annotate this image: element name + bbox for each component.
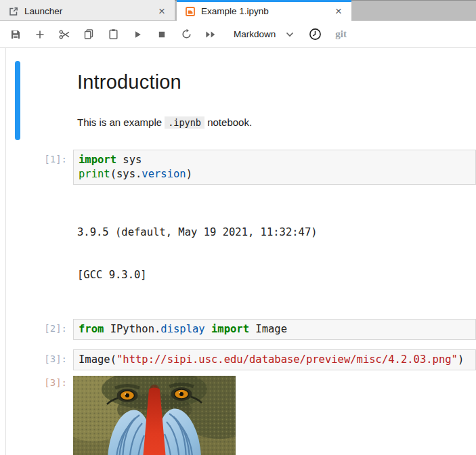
output-text: 3.9.5 (default, May 19 2021, 11:32:47) [… [73,192,318,311]
code-token: version [142,168,186,180]
code-token: from [79,323,104,335]
clock-icon [309,28,322,41]
output-line: 3.9.5 (default, May 19 2021, 11:32:47) [77,225,318,240]
tab-close-button[interactable]: × [332,5,345,17]
git-label[interactable]: git [335,28,347,40]
output-prompt: [3]: [0,376,73,388]
code-token: "http://sipi.usc.edu/database/preview/mi… [116,353,458,366]
code-token: Image [249,323,287,335]
save-icon [10,29,21,40]
code-cell-1[interactable]: [1]: import sys print(sys.version) [0,150,476,185]
code-cell-2[interactable]: [2]: from IPython.display import Image [0,319,476,340]
copy-icon [83,28,94,40]
paragraph-text: This is an example [77,116,165,128]
code-token: ) [458,353,464,366]
output-image-mandrill [73,376,236,455]
markdown-cell[interactable]: Introduction This is an example .ipynb n… [0,61,476,140]
input-prompt: [3]: [0,349,73,364]
heading-introduction: Introduction [77,71,462,93]
code-token: IPython. [104,323,160,335]
run-all-button[interactable] [198,24,223,45]
cut-icon [59,29,70,40]
add-cell-icon [35,29,45,40]
code-editor[interactable]: import sys print(sys.version) [73,150,476,185]
output-area-1: 3.9.5 (default, May 19 2021, 11:32:47) [… [0,192,476,311]
notebook-icon [185,6,196,17]
tab-bar: Launcher × Example 1.ipynb × [0,0,476,21]
run-button[interactable] [125,24,150,45]
input-prompt: [1]: [0,150,73,165]
cell-type-label: Markdown [234,29,276,39]
chevron-down-icon [286,32,294,37]
code-token: print [79,168,110,180]
notebook-panel: Introduction This is an example .ipynb n… [0,48,476,455]
copy-button[interactable] [77,24,101,45]
code-cell-3[interactable]: [3]: Image("http://sipi.usc.edu/database… [0,349,476,370]
jupyterlab-window: Launcher × Example 1.ipynb × [0,0,476,455]
code-token: ) [186,168,192,180]
code-line: from IPython.display import Image [79,322,475,337]
run-icon [132,29,143,40]
paragraph-text: notebook. [204,116,252,128]
add-cell-button[interactable] [28,24,52,45]
run-all-icon [204,29,217,40]
code-editor[interactable]: Image("http://sipi.usc.edu/database/prev… [73,349,476,370]
notebook-toolbar: Markdown git [0,21,476,48]
code-line: import sys [79,153,475,167]
code-token: import [211,323,249,335]
output-line: [GCC 9.3.0] [77,268,318,282]
paste-icon [108,28,118,40]
input-prompt: [2]: [0,319,73,334]
tab-close-button[interactable]: × [156,5,168,17]
launcher-icon [8,6,19,17]
code-editor[interactable]: from IPython.display import Image [73,319,476,340]
code-token: (sys. [110,168,142,180]
code-token: Image( [79,353,116,366]
save-button[interactable] [3,24,28,45]
output-area-3: [3]: [0,376,476,455]
output-prompt [0,192,73,193]
restart-icon [181,28,192,40]
markdown-paragraph: This is an example .ipynb notebook. [77,116,462,129]
tab-notebook[interactable]: Example 1.ipynb × [177,0,351,20]
paste-button[interactable] [101,24,125,45]
code-line: print(sys.version) [79,167,475,181]
inline-code: .ipynb [165,116,204,129]
stop-icon [156,29,167,40]
cut-button[interactable] [52,24,77,45]
code-line: Image("http://sipi.usc.edu/database/prev… [79,353,475,367]
clock-button[interactable] [309,28,322,41]
tab-launcher[interactable]: Launcher × [0,0,175,20]
code-token [205,323,211,335]
tab-label: Example 1.ipynb [201,6,269,16]
cell-collapser[interactable] [15,61,20,140]
tab-label: Launcher [24,6,62,16]
stop-button[interactable] [150,24,174,45]
code-token: display [160,323,204,335]
code-token: import [79,154,116,166]
restart-button[interactable] [174,24,198,45]
cell-type-dropdown[interactable]: Markdown [234,29,294,39]
code-token: sys [116,154,142,166]
